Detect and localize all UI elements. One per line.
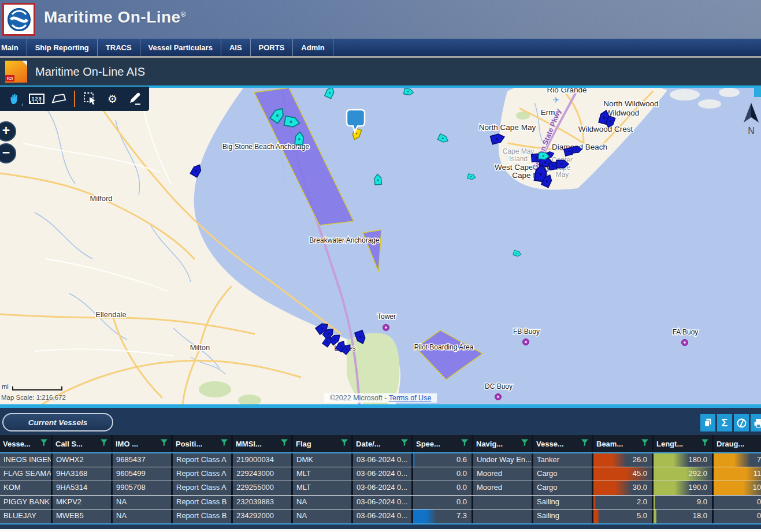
filter-funnel-icon[interactable] [400,439,409,448]
terms-of-use-link[interactable]: Terms of Use [389,394,432,402]
nav-item-main[interactable]: Main [0,39,27,56]
filter-funnel-icon[interactable] [340,439,348,448]
dc-buoy-marker[interactable] [495,394,502,400]
column-label: Date/... [356,440,381,448]
filter-funnel-icon[interactable] [641,439,649,448]
cell-imo: NA [113,509,173,523]
ici-logo-fold [22,61,27,66]
label-wildwood: Wildwood [606,109,640,117]
column-header-vessel_type[interactable]: Vesse... [533,435,593,452]
cell-call_sign: 9HA5314 [53,481,113,495]
fb-buoy-marker[interactable] [523,339,529,345]
nav-item-tracs[interactable]: TRACS [98,39,140,56]
nav-item-vessel-particulars[interactable]: Vessel Particulars [140,39,221,56]
nav-item-admin[interactable]: Admin [293,39,333,56]
select-tool-button[interactable] [80,89,100,109]
draw-tool-button[interactable] [125,89,144,109]
cell-beam: 5.0 [593,509,654,523]
label-tower: Tower [377,312,396,321]
column-header-date[interactable]: Date/... [353,435,413,452]
tower-marker[interactable] [383,325,389,331]
cell-date: 03-06-2024 0... [353,509,413,523]
label-fa-buoy: FA Buoy [673,328,699,336]
column-header-flag[interactable]: Flag [293,435,353,452]
pan-hand-icon [8,92,21,106]
table-row[interactable]: KOM9HA53149905708Report Class A229255000… [0,481,761,495]
nav-item-ais[interactable]: AIS [221,39,251,56]
compass-north-label: N [748,126,755,136]
column-label: Navig... [476,440,503,448]
filter-funnel-icon[interactable] [220,439,228,448]
label-fb-buoy: FB Buoy [513,328,540,336]
cell-call_sign: 9HA3168 [53,467,113,481]
column-header-vessel[interactable]: Vesse... [0,435,53,452]
fa-buoy-marker[interactable] [682,340,688,346]
filter-funnel-icon[interactable] [521,439,529,448]
cell-speed: 7.3 [413,509,473,523]
column-header-navigation[interactable]: Navig... [473,435,533,452]
cell-vessel: PIGGY BANK [0,496,53,509]
ici-logo: ICI [5,61,27,83]
table-row[interactable]: INEOS INGEN...OWHX29685437Report Class A… [0,452,761,467]
copy-button[interactable] [700,414,715,431]
column-label: MMSI... [236,440,262,448]
registered-mark: ® [181,10,186,18]
cell-length: 18.0 [654,509,714,523]
nav-item-ship-reporting[interactable]: Ship Reporting [27,39,98,56]
summary-sigma-button[interactable]: Σ [717,414,732,431]
table-row[interactable]: BLUEJAYMWEB5NAReport Class B234292000NA0… [0,509,761,523]
filter-funnel-icon[interactable] [100,439,108,448]
label-north-cape-may: North Cape May [479,123,536,132]
measure-distance-icon: 123 [29,94,44,104]
tab-current-vessels[interactable]: Current Vessels [2,413,113,431]
nav-item-ports[interactable]: PORTS [251,39,294,56]
cell-position: Report Class B [173,509,233,523]
column-header-position[interactable]: Positi... [173,435,233,452]
filter-funnel-icon[interactable] [701,439,709,448]
filter-funnel-icon[interactable] [461,439,469,448]
cell-date: 03-06-2024 0... [353,496,413,509]
map-canvas[interactable]: ✈ Milford Ellendale Milton Lewes Rio Gra… [0,85,761,408]
cell-vessel: KOM [0,481,53,495]
measure-area-button[interactable] [49,89,69,109]
draught-data-bar [714,453,751,467]
map-viewport[interactable]: ✈ Milford Ellendale Milton Lewes Rio Gra… [0,85,761,408]
measure-area-icon [51,93,66,105]
beam-data-bar [593,453,627,467]
map-scale-text: Map Scale: 1:216,672 [1,394,66,401]
filter-funnel-icon[interactable] [160,439,168,448]
column-header-call_sign[interactable]: Call S... [53,435,113,452]
table-row[interactable]: PIGGY BANKMKPV2NAReport Class B232039883… [0,495,761,509]
cell-position: Report Class A [173,453,233,467]
clear-filter-button[interactable] [734,414,749,431]
pan-info-badge: i [22,102,23,107]
cell-imo: 9685437 [113,453,173,467]
cell-position: Report Class B [173,496,233,509]
cell-flag: NA [293,496,353,509]
cell-length: 180.0 [654,453,714,467]
column-header-speed[interactable]: Spee... [413,435,473,452]
filter-funnel-icon[interactable] [280,439,288,448]
pan-tool-button[interactable]: i [5,89,24,109]
cell-vessel_type: Cargo [533,467,593,481]
cell-draught: 11.0 [714,467,761,481]
cell-navigation: Under Way En... [473,453,533,467]
measure-distance-button[interactable]: 123 [27,89,46,109]
cell-draught: 7.0 [714,453,761,467]
table-row[interactable]: FLAG SEAMAN9HA31689605499Report Class A2… [0,467,761,481]
gear-icon: ⚙ [107,92,117,106]
map-green-patch [199,381,231,397]
column-header-length[interactable]: Lengt... [654,435,714,452]
filter-funnel-icon[interactable] [40,439,48,448]
settings-button[interactable]: ⚙ [102,89,122,109]
column-header-imo[interactable]: IMO ... [113,435,173,452]
filter-funnel-icon[interactable] [581,439,589,448]
column-header-mmsi[interactable]: MMSI... [233,435,293,452]
column-header-beam[interactable]: Beam... [593,435,654,452]
scale-unit-label: mi [2,383,9,390]
cell-navigation [473,509,533,523]
column-header-draught[interactable]: Draug... [714,435,761,452]
cell-length: 9.0 [654,496,714,509]
map-scroll-corner[interactable] [754,88,761,97]
export-button[interactable] [751,414,761,431]
